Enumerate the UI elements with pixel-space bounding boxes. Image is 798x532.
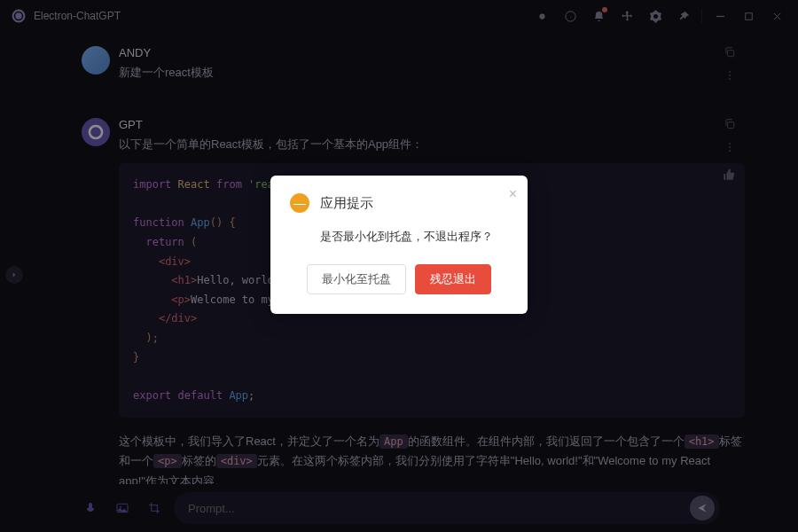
modal-body: 是否最小化到托盘，不退出程序？	[290, 229, 508, 245]
modal-close-button[interactable]: ×	[509, 186, 517, 202]
minimize-to-tray-button[interactable]: 最小化至托盘	[307, 264, 406, 294]
exit-modal: × — 应用提示 是否最小化到托盘，不退出程序？ 最小化至托盘 残忍退出	[270, 176, 528, 314]
force-exit-button[interactable]: 残忍退出	[415, 264, 491, 294]
warning-icon: —	[290, 193, 309, 213]
modal-title: 应用提示	[320, 195, 373, 212]
